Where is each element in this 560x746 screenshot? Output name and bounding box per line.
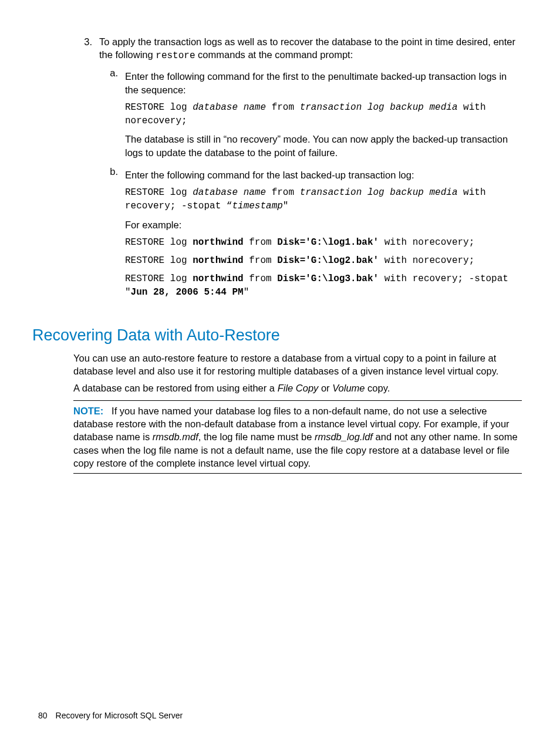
- text-seg-italic: File Copy: [278, 383, 319, 393]
- sub-list: a. Enter the following command for the f…: [99, 66, 522, 304]
- list-marker: 3.: [73, 35, 99, 307]
- list-item-3: 3. To apply the transaction logs as well…: [73, 35, 522, 307]
- code-seg-bold: Disk='G:\log2.bak': [277, 255, 379, 266]
- code-seg: from: [244, 255, 278, 266]
- section-p1: You can use an auto-restore feature to r…: [73, 352, 522, 378]
- footer-title: Recovery for Microsoft SQL Server: [56, 710, 183, 721]
- code-seg: from: [266, 187, 300, 198]
- code-seg: ": [244, 287, 249, 298]
- note-box: NOTE: If you have named your database lo…: [73, 400, 522, 474]
- code-seg: with norecovery;: [379, 255, 474, 266]
- text-seg: copy.: [365, 383, 390, 393]
- code-seg-italic: timestamp: [232, 201, 282, 211]
- code-seg: RESTORE log: [125, 255, 193, 266]
- sub-a-after: The database is still in “no recovery” m…: [125, 133, 522, 159]
- note-label: NOTE:: [73, 406, 103, 416]
- code-seg-bold: Disk='G:\log1.bak': [277, 237, 379, 248]
- page-number: 80: [38, 710, 48, 721]
- text-seg: A database can be restored from using ei…: [73, 383, 278, 393]
- example-code-3: RESTORE log northwind from Disk='G:\log3…: [125, 272, 522, 299]
- code-seg-bold: northwind: [193, 274, 243, 284]
- for-example-label: For example:: [125, 218, 522, 231]
- code-seg-italic: database name: [193, 187, 266, 198]
- section-p2: A database can be restored from using ei…: [73, 382, 522, 394]
- code-seg: from: [244, 237, 278, 248]
- note-text-c: , the log file name must be: [198, 431, 315, 442]
- code-seg: RESTORE log: [125, 187, 193, 198]
- code-seg-bold: northwind: [193, 255, 243, 266]
- sub-marker-b: b.: [99, 165, 125, 305]
- sub-item-b: b. Enter the following command for the l…: [99, 165, 522, 305]
- sub-b-text: Enter the following command for the last…: [125, 168, 522, 181]
- text-seg: or: [318, 383, 332, 393]
- section-heading: Recovering Data with Auto-Restore: [32, 325, 522, 346]
- code-seg-bold: Disk='G:\log3.bak': [277, 274, 379, 284]
- code-seg: RESTORE log: [125, 237, 193, 248]
- code-seg-italic: transaction log backup media: [300, 187, 458, 198]
- note-text-italic: rmsdb.mdf: [153, 431, 198, 442]
- section-body: You can use an auto-restore feature to r…: [73, 352, 522, 474]
- text-seg-italic: Volume: [332, 383, 365, 393]
- code-seg-bold: northwind: [193, 237, 243, 248]
- code-block-b: RESTORE log database name from transacti…: [125, 186, 522, 213]
- example-code-2: RESTORE log northwind from Disk='G:\log2…: [125, 254, 522, 268]
- code-seg: RESTORE log: [125, 274, 193, 284]
- code-seg-italic: database name: [193, 102, 266, 113]
- sub-a-text: Enter the following command for the firs…: [125, 70, 522, 96]
- code-seg: ": [283, 201, 289, 211]
- code-seg: from: [266, 102, 300, 113]
- code-seg-italic: transaction log backup media: [300, 102, 458, 113]
- code-seg: from: [244, 274, 278, 284]
- example-code-1: RESTORE log northwind from Disk='G:\log1…: [125, 236, 522, 249]
- page-footer: 80 Recovery for Microsoft SQL Server: [38, 710, 183, 721]
- code-seg: RESTORE log: [125, 102, 193, 113]
- inline-code-restore: restore: [156, 50, 195, 61]
- ordered-list: 3. To apply the transaction logs as well…: [73, 35, 522, 307]
- code-seg: with norecovery;: [379, 237, 474, 248]
- code-block-a: RESTORE log database name from transacti…: [125, 101, 522, 128]
- step3-intro-b: commands at the command prompt:: [195, 49, 353, 60]
- sub-item-a: a. Enter the following command for the f…: [99, 66, 522, 162]
- code-seg-bold: Jun 28, 2006 5:44 PM: [131, 287, 244, 298]
- note-text-italic: rmsdb_log.ldf: [315, 431, 373, 442]
- sub-marker-a: a.: [99, 66, 125, 162]
